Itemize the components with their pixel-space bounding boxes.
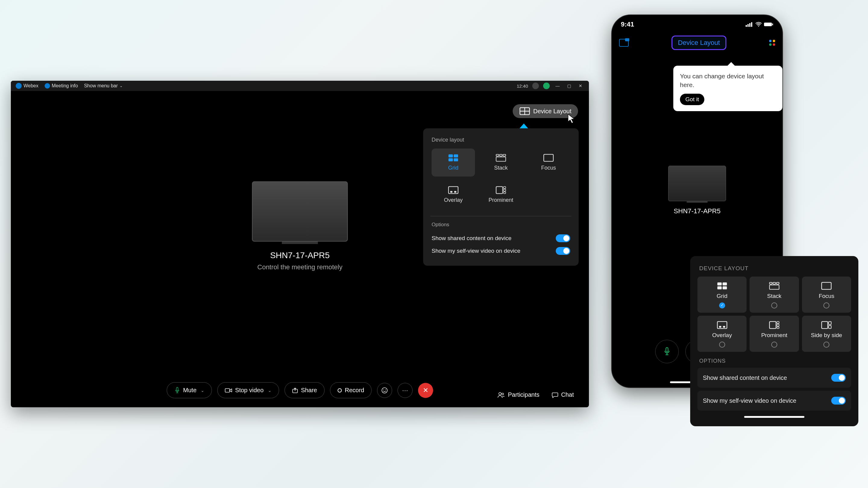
- svg-rect-15: [496, 187, 503, 193]
- svg-rect-8: [500, 154, 502, 156]
- maximize-button[interactable]: ▢: [565, 82, 572, 90]
- pip-icon[interactable]: [619, 39, 629, 47]
- tooltip-gotit-button[interactable]: Got it: [680, 94, 704, 105]
- toggle-shared-content[interactable]: [831, 374, 846, 382]
- layout-option-focus[interactable]: Focus: [802, 276, 851, 313]
- device-layout-button-mobile[interactable]: Device Layout: [672, 36, 726, 50]
- layout-option-overlay[interactable]: Overlay: [432, 181, 475, 209]
- cursor-icon: [567, 113, 576, 124]
- record-label: Record: [345, 387, 364, 394]
- layout-option-prominent[interactable]: Prominent: [479, 181, 523, 209]
- layout-option-prominent[interactable]: Prominent: [749, 316, 799, 352]
- network-quality-icon[interactable]: [543, 83, 550, 89]
- record-button[interactable]: Record: [330, 382, 372, 398]
- svg-rect-49: [777, 321, 779, 324]
- svg-rect-12: [448, 187, 458, 193]
- signal-icon: [746, 22, 753, 27]
- participants-icon: [498, 392, 505, 398]
- option-shared-content-label: Show shared content on device: [432, 235, 512, 241]
- stop-video-button[interactable]: Stop video ⌄: [217, 382, 279, 398]
- svg-rect-13: [450, 191, 453, 193]
- layout-option-focus[interactable]: Focus: [527, 149, 570, 176]
- minimize-button[interactable]: —: [554, 82, 561, 90]
- chat-button[interactable]: Chat: [552, 391, 574, 398]
- app-brand[interactable]: Webex: [16, 83, 38, 89]
- radio: [719, 341, 725, 348]
- more-button[interactable]: ⋯: [398, 383, 412, 398]
- svg-rect-16: [504, 187, 506, 189]
- svg-rect-47: [723, 326, 725, 328]
- option-shared-content-label: Show shared content on device: [703, 375, 787, 381]
- layout-option-grid[interactable]: Grid: [698, 276, 747, 313]
- apps-icon[interactable]: [769, 40, 775, 46]
- show-menu-bar-button[interactable]: Show menu bar ⌄: [84, 83, 123, 89]
- svg-rect-4: [454, 154, 458, 157]
- share-button[interactable]: Share: [284, 382, 324, 398]
- svg-rect-6: [454, 158, 458, 161]
- svg-rect-43: [770, 285, 779, 289]
- svg-rect-46: [719, 326, 721, 328]
- encryption-icon[interactable]: [532, 83, 539, 89]
- layout-option-grid[interactable]: Grid: [432, 149, 475, 176]
- participants-button[interactable]: Participants: [498, 391, 539, 398]
- svg-rect-14: [454, 191, 456, 193]
- toggle-self-view[interactable]: [556, 247, 570, 255]
- svg-rect-45: [717, 321, 727, 328]
- svg-rect-40: [770, 282, 772, 284]
- desktop-window: Webex Meeting info Show menu bar ⌄ 12:40…: [11, 81, 589, 407]
- layout-label: Overlay: [444, 197, 463, 203]
- end-call-button[interactable]: ✕: [418, 383, 433, 398]
- layout-option-stack[interactable]: Stack: [749, 276, 799, 313]
- layout-label: Grid: [448, 165, 458, 171]
- device-name: SHN7-17-APR5: [668, 207, 726, 215]
- svg-rect-42: [776, 282, 779, 284]
- svg-rect-9: [503, 154, 506, 156]
- svg-rect-10: [496, 157, 506, 161]
- svg-rect-18: [504, 192, 506, 194]
- device-thumbnail-icon: [668, 166, 726, 201]
- smile-icon: [381, 387, 388, 394]
- chevron-down-icon[interactable]: ⌄: [268, 388, 272, 393]
- layout-option-sidebyside[interactable]: Side by side: [802, 316, 851, 352]
- svg-rect-48: [770, 321, 776, 328]
- popover-title: Device layout: [432, 137, 570, 143]
- sidebyside-icon: [821, 321, 832, 329]
- meeting-info-button[interactable]: Meeting info: [44, 83, 78, 89]
- chevron-down-icon[interactable]: ⌄: [201, 388, 204, 393]
- share-icon: [292, 387, 298, 393]
- close-button[interactable]: ✕: [577, 82, 584, 90]
- svg-rect-20: [225, 389, 230, 392]
- svg-rect-41: [773, 282, 776, 284]
- mute-button[interactable]: [655, 340, 679, 363]
- layout-label: Prominent: [489, 197, 513, 203]
- microphone-icon: [663, 347, 671, 356]
- layout-option-overlay[interactable]: Overlay: [698, 316, 747, 352]
- show-menu-label: Show menu bar: [84, 83, 118, 89]
- svg-point-24: [385, 390, 386, 390]
- participants-label: Participants: [508, 391, 539, 398]
- prominent-icon: [769, 321, 780, 329]
- option-self-view-label: Show my self-view video on device: [432, 248, 521, 254]
- stack-icon: [769, 282, 780, 290]
- mute-button[interactable]: Mute ⌄: [167, 382, 212, 398]
- toggle-self-view[interactable]: [831, 397, 846, 404]
- device-subtitle: Control the meeting remotely: [252, 263, 348, 271]
- toggle-shared-content[interactable]: [556, 234, 570, 242]
- layout-option-stack[interactable]: Stack: [479, 149, 523, 176]
- svg-rect-36: [717, 282, 721, 285]
- option-self-view-label: Show my self-view video on device: [703, 397, 796, 404]
- info-icon: [44, 83, 50, 89]
- options-section-title: OPTIONS: [699, 358, 849, 364]
- mobile-layout-sheet: DEVICE LAYOUT Grid Stack Focus Overlay P…: [690, 256, 858, 426]
- radio: [824, 302, 830, 308]
- svg-rect-37: [722, 282, 727, 285]
- chat-label: Chat: [561, 391, 574, 398]
- stop-video-label: Stop video: [235, 387, 264, 394]
- svg-rect-17: [504, 189, 506, 191]
- divider: [430, 216, 571, 216]
- connected-device: SHN7-17-APR5 Control the meeting remotel…: [252, 181, 348, 271]
- radio-selected: [719, 302, 725, 308]
- svg-rect-27: [746, 25, 747, 27]
- reactions-button[interactable]: [377, 383, 392, 398]
- radio: [771, 341, 777, 348]
